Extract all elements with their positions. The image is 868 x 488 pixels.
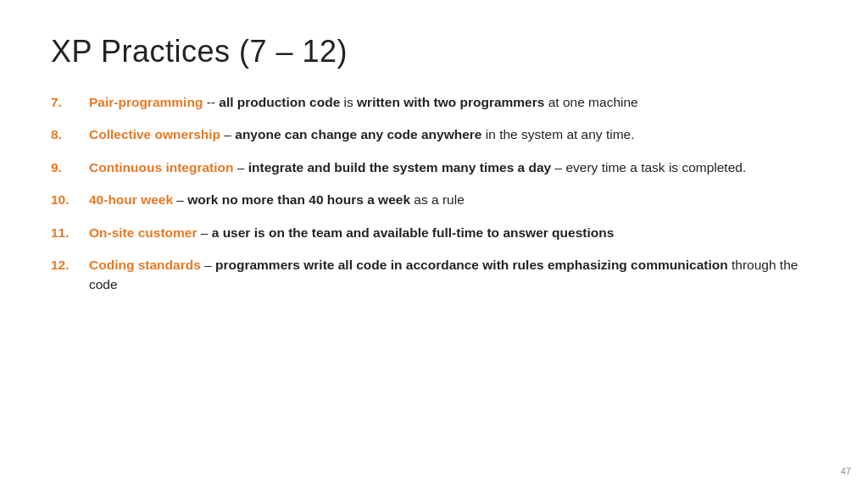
item-term: Coding standards <box>89 258 201 272</box>
page-number: 47 <box>841 466 851 476</box>
list-item: 7.Pair-programming -- all production cod… <box>51 93 817 112</box>
list-item: 11.On-site customer – a user is on the t… <box>51 224 817 242</box>
item-description: – a user is on the team and available fu… <box>197 225 614 240</box>
slide: XP Practices (7 – 12) 7.Pair-programming… <box>0 0 868 488</box>
list-item: 8.Collective ownership – anyone can chan… <box>51 125 817 144</box>
item-content: Pair-programming -- all production code … <box>89 93 817 112</box>
item-number: 9. <box>51 158 89 177</box>
item-description: – anyone can change any code anywhere in… <box>220 127 634 141</box>
item-term: 40-hour week <box>89 192 173 207</box>
item-term: Collective ownership <box>89 127 220 141</box>
item-content: Coding standards – programmers write all… <box>89 256 817 294</box>
list-item: 12.Coding standards – programmers write … <box>51 256 817 294</box>
item-description: – work no more than 40 hours a week as a… <box>173 192 465 207</box>
list-item: 9.Continuous integration – integrate and… <box>51 158 817 177</box>
item-description: – integrate and build the system many ti… <box>233 160 746 175</box>
item-description: -- all production code is written with t… <box>203 95 637 109</box>
item-term: On-site customer <box>89 225 197 240</box>
item-term: Pair-programming <box>89 95 203 109</box>
item-number: 11. <box>51 224 89 242</box>
item-number: 7. <box>51 93 89 112</box>
item-content: Collective ownership – anyone can change… <box>89 125 817 144</box>
item-number: 10. <box>51 191 89 209</box>
item-number: 8. <box>51 125 89 144</box>
item-number: 12. <box>51 256 89 274</box>
item-content: On-site customer – a user is on the team… <box>89 224 817 242</box>
list-item: 10.40-hour week – work no more than 40 h… <box>51 191 817 209</box>
content-list: 7.Pair-programming -- all production cod… <box>51 93 817 294</box>
slide-title: XP Practices (7 – 12) <box>51 34 817 69</box>
item-content: Continuous integration – integrate and b… <box>89 158 817 177</box>
item-content: 40-hour week – work no more than 40 hour… <box>89 191 817 209</box>
item-term: Continuous integration <box>89 160 233 175</box>
